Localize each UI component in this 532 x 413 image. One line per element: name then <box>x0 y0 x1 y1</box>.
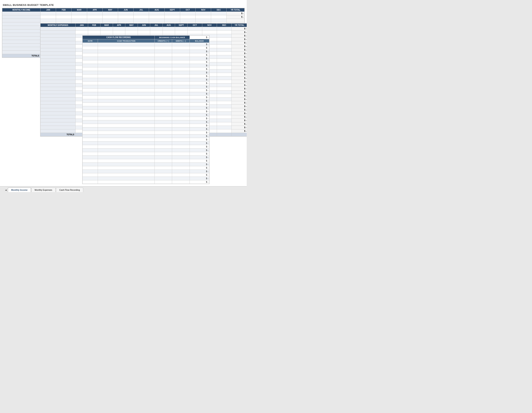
cf-debit-cell[interactable] <box>172 57 190 60</box>
cf-date-cell[interactable] <box>83 50 98 53</box>
expenses-cell[interactable] <box>217 45 231 48</box>
expenses-row-label[interactable] <box>40 38 76 41</box>
expenses-row-label[interactable] <box>40 119 76 122</box>
cf-credit-cell[interactable] <box>155 78 172 81</box>
expenses-cell[interactable] <box>217 122 231 126</box>
cf-credit-cell[interactable] <box>155 141 172 145</box>
expenses-cell[interactable] <box>217 108 231 112</box>
income-cell[interactable] <box>211 19 227 22</box>
cf-credit-cell[interactable] <box>155 166 172 170</box>
expenses-row-label[interactable] <box>40 30 76 34</box>
cf-credit-cell[interactable] <box>155 128 172 131</box>
cf-transaction-cell[interactable] <box>98 148 155 152</box>
income-cell[interactable] <box>133 19 149 22</box>
income-cell[interactable] <box>40 12 56 15</box>
cf-credit-cell[interactable] <box>155 170 172 173</box>
expenses-cell[interactable] <box>217 83 231 87</box>
income-cell[interactable] <box>149 15 164 19</box>
expenses-cell[interactable] <box>217 34 231 38</box>
expenses-cell[interactable] <box>88 27 100 30</box>
cf-date-cell[interactable] <box>83 166 98 170</box>
expenses-cell[interactable] <box>217 98 231 101</box>
cf-credit-cell[interactable] <box>155 57 172 60</box>
cf-debit-cell[interactable] <box>172 75 190 78</box>
cf-transaction-cell[interactable] <box>98 156 155 159</box>
expenses-row-label[interactable] <box>40 98 76 101</box>
cf-date-cell[interactable] <box>83 88 98 92</box>
cf-credit-cell[interactable] <box>155 120 172 124</box>
expenses-row-label[interactable] <box>40 52 76 55</box>
cf-date-cell[interactable] <box>83 156 98 159</box>
income-cell[interactable] <box>164 12 180 15</box>
cf-credit-cell[interactable] <box>155 138 172 141</box>
income-cell[interactable] <box>164 19 180 22</box>
cf-debit-cell[interactable] <box>172 180 190 184</box>
cf-credit-cell[interactable] <box>155 103 172 106</box>
expenses-cell[interactable] <box>162 30 175 34</box>
expenses-cell[interactable] <box>217 41 231 45</box>
cf-date-cell[interactable] <box>83 173 98 177</box>
cf-transaction-cell[interactable] <box>98 53 155 57</box>
cf-transaction-cell[interactable] <box>98 103 155 106</box>
cf-debit-cell[interactable] <box>172 170 190 173</box>
cf-transaction-cell[interactable] <box>98 170 155 173</box>
expenses-cell[interactable] <box>76 30 88 34</box>
income-cell[interactable] <box>118 19 133 22</box>
cf-date-cell[interactable] <box>83 68 98 71</box>
cf-credit-cell[interactable] <box>155 117 172 120</box>
cf-credit-cell[interactable] <box>155 148 172 152</box>
expenses-row-label[interactable] <box>40 129 76 133</box>
expenses-cell[interactable] <box>217 59 231 62</box>
cf-debit-cell[interactable] <box>172 64 190 68</box>
cf-debit-cell[interactable] <box>172 156 190 159</box>
income-row-label[interactable] <box>2 50 40 54</box>
cf-transaction-cell[interactable] <box>98 163 155 166</box>
expenses-cell[interactable] <box>88 30 100 34</box>
cf-date-cell[interactable] <box>83 148 98 152</box>
cf-date-cell[interactable] <box>83 99 98 103</box>
income-cell[interactable] <box>133 15 149 19</box>
income-cell[interactable] <box>102 15 118 19</box>
cf-date-cell[interactable] <box>83 141 98 145</box>
cf-debit-cell[interactable] <box>172 117 190 120</box>
expenses-cell[interactable] <box>217 80 231 83</box>
cf-debit-cell[interactable] <box>172 68 190 71</box>
income-cell[interactable] <box>87 12 102 15</box>
cf-debit-cell[interactable] <box>172 92 190 96</box>
expenses-cell[interactable] <box>138 27 150 30</box>
cf-credit-cell[interactable] <box>155 110 172 113</box>
cf-debit-cell[interactable] <box>172 43 190 46</box>
cf-transaction-cell[interactable] <box>98 71 155 75</box>
cf-transaction-cell[interactable] <box>98 78 155 81</box>
cf-credit-cell[interactable] <box>155 43 172 46</box>
expenses-cell[interactable] <box>217 38 231 41</box>
income-row-label[interactable] <box>2 33 40 37</box>
expenses-row-label[interactable] <box>40 90 76 94</box>
cf-transaction-cell[interactable] <box>98 64 155 68</box>
cf-debit-cell[interactable] <box>172 152 190 156</box>
expenses-cell[interactable] <box>217 62 231 66</box>
cf-credit-cell[interactable] <box>155 180 172 184</box>
income-cell[interactable] <box>149 19 164 22</box>
cf-date-cell[interactable] <box>83 60 98 64</box>
income-row-label[interactable] <box>2 43 40 47</box>
expenses-cell[interactable] <box>217 77 231 80</box>
expenses-cell[interactable] <box>76 27 88 30</box>
cf-debit-cell[interactable] <box>172 177 190 180</box>
expenses-cell[interactable] <box>113 27 125 30</box>
cf-credit-cell[interactable] <box>155 92 172 96</box>
expenses-cell[interactable] <box>217 90 231 94</box>
income-cell[interactable] <box>211 15 227 19</box>
cf-debit-cell[interactable] <box>172 78 190 81</box>
income-cell[interactable] <box>149 12 164 15</box>
cf-debit-cell[interactable] <box>172 148 190 152</box>
cf-date-cell[interactable] <box>83 46 98 50</box>
income-cell[interactable] <box>71 12 87 15</box>
cf-credit-cell[interactable] <box>155 152 172 156</box>
cf-transaction-cell[interactable] <box>98 177 155 180</box>
cf-date-cell[interactable] <box>83 180 98 184</box>
cf-credit-cell[interactable] <box>155 96 172 99</box>
expenses-cell[interactable] <box>202 27 217 30</box>
cf-transaction-cell[interactable] <box>98 145 155 148</box>
expenses-cell[interactable] <box>113 30 125 34</box>
